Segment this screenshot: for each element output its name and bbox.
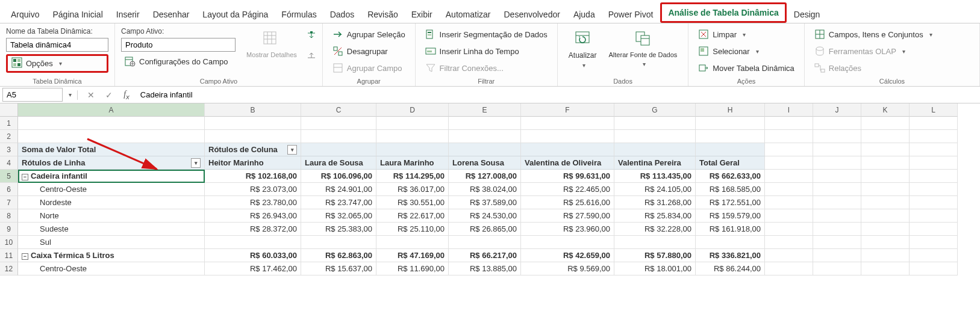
cell[interactable] [813, 236, 861, 249]
pivot-value[interactable]: R$ 62.863,00 [301, 249, 376, 262]
column-header[interactable]: E [449, 103, 521, 117]
cell[interactable] [910, 209, 958, 223]
column-header[interactable]: L [910, 103, 958, 117]
pivot-value[interactable]: R$ 15.637,00 [301, 262, 376, 275]
pivot-value[interactable]: R$ 23.073,00 [205, 183, 301, 196]
column-header[interactable]: F [521, 103, 614, 117]
pivot-value[interactable]: R$ 13.885,00 [449, 262, 521, 275]
pivot-value[interactable] [521, 236, 614, 249]
pivot-value[interactable]: R$ 28.372,00 [205, 223, 301, 236]
tab-desenvolvedor[interactable]: Desenvolvedor [498, 6, 566, 23]
pivot-col-label[interactable]: Laura de Sousa [301, 156, 376, 170]
cell[interactable] [765, 156, 813, 170]
pivot-row-label[interactable]: Sudeste [18, 223, 205, 236]
pivot-value[interactable]: R$ 26.865,00 [449, 223, 521, 236]
cell[interactable] [861, 143, 910, 156]
cell[interactable] [813, 223, 861, 236]
cell[interactable] [301, 143, 376, 156]
pivot-value[interactable]: R$ 42.659,00 [521, 249, 614, 262]
tab-dados[interactable]: Dados [324, 6, 360, 23]
pivot-value[interactable]: R$ 9.569,00 [521, 262, 614, 275]
pivot-value[interactable]: R$ 32.065,00 [301, 209, 376, 223]
pivot-value[interactable]: R$ 60.033,00 [205, 249, 301, 262]
cell[interactable] [910, 156, 958, 170]
pivot-col-label[interactable]: Laura Marinho [376, 156, 449, 170]
pivot-value[interactable]: R$ 32.228,00 [614, 223, 696, 236]
cell[interactable] [861, 223, 910, 236]
spreadsheet-grid[interactable]: ABCDEFGHIJKL123Soma de Valor TotalRótulo… [0, 103, 980, 275]
tab-desenhar[interactable]: Desenhar [147, 6, 196, 23]
alterar-fonte-button[interactable]: Alterar Fonte de Dados ▾ [604, 27, 682, 70]
pivot-value[interactable] [205, 236, 301, 249]
inserir-segmentacao-button[interactable]: Inserir Segmentação de Dados [422, 27, 551, 42]
cell[interactable] [765, 209, 813, 223]
cell[interactable] [813, 117, 861, 130]
pivot-value[interactable]: R$ 25.834,00 [614, 209, 696, 223]
desagrupar-button[interactable]: Desagrupar [329, 44, 409, 58]
atualizar-button[interactable]: Atualizar ▾ [564, 27, 602, 71]
cell[interactable] [813, 249, 861, 262]
cell[interactable] [861, 183, 910, 196]
opcoes-button[interactable]: Opções ▾ [6, 54, 108, 73]
cell[interactable] [521, 117, 614, 130]
column-header[interactable]: K [861, 103, 910, 117]
cell[interactable] [18, 130, 205, 143]
selecionar-button[interactable]: Selecionar▾ [694, 44, 798, 58]
pivot-value[interactable]: R$ 22.465,00 [521, 183, 614, 196]
pivot-value[interactable]: R$ 36.017,00 [376, 183, 449, 196]
pivot-row-label[interactable]: Centro-Oeste [18, 262, 205, 275]
pivot-value[interactable]: R$ 57.880,00 [614, 249, 696, 262]
cell[interactable] [376, 117, 449, 130]
pivot-value[interactable]: R$ 172.551,00 [696, 196, 765, 209]
cell[interactable] [614, 117, 696, 130]
pivot-value[interactable]: R$ 25.616,00 [521, 196, 614, 209]
pivot-row-label[interactable]: Norte [18, 209, 205, 223]
limpar-button[interactable]: Limpar▾ [694, 27, 798, 42]
pivot-value[interactable]: R$ 127.008,00 [449, 170, 521, 183]
cancel-formula-button[interactable]: ✕ [84, 89, 98, 101]
pivot-value[interactable]: R$ 99.631,00 [521, 170, 614, 183]
filter-icon[interactable]: ▾ [191, 158, 201, 168]
pivot-value-header[interactable]: Soma de Valor Total [18, 143, 205, 156]
pivot-name-input[interactable] [6, 38, 108, 52]
relacoes-button[interactable]: Relações [811, 61, 973, 75]
cell[interactable] [765, 223, 813, 236]
pivot-row-label[interactable]: −Cadeira infantil [18, 170, 205, 183]
mostrar-detalhes-button[interactable]: Mostrar Detalhes [242, 27, 302, 61]
cell[interactable] [813, 262, 861, 275]
cell[interactable] [910, 196, 958, 209]
pivot-value[interactable]: R$ 161.918,00 [696, 223, 765, 236]
drill-down-icon[interactable] [307, 31, 316, 42]
formula-input[interactable] [137, 88, 978, 101]
cell[interactable] [765, 183, 813, 196]
mover-tabela-button[interactable]: Mover Tabela Dinâmica [694, 61, 798, 75]
cell[interactable] [813, 196, 861, 209]
agrupar-selecao-button[interactable]: Agrupar Seleção [329, 27, 409, 42]
cell[interactable] [301, 117, 376, 130]
cell[interactable] [696, 143, 765, 156]
cell[interactable] [765, 117, 813, 130]
cell[interactable] [861, 156, 910, 170]
cell[interactable] [910, 249, 958, 262]
cell[interactable] [910, 236, 958, 249]
cell[interactable] [813, 183, 861, 196]
campos-itens-button[interactable]: Campos, Itens e Conjuntos▾ [811, 27, 973, 42]
name-box[interactable] [2, 88, 63, 102]
pivot-value[interactable]: R$ 159.579,00 [696, 209, 765, 223]
row-header[interactable]: 1 [0, 117, 18, 130]
pivot-value[interactable]: R$ 106.096,00 [301, 170, 376, 183]
cell[interactable] [205, 130, 301, 143]
pivot-value[interactable]: R$ 27.590,00 [521, 209, 614, 223]
row-header[interactable]: 3 [0, 143, 18, 156]
cell[interactable] [861, 209, 910, 223]
pivot-value[interactable]: R$ 47.169,00 [376, 249, 449, 262]
column-header[interactable]: A [18, 103, 205, 117]
cell[interactable] [813, 130, 861, 143]
cell[interactable] [861, 130, 910, 143]
pivot-value[interactable]: R$ 168.585,00 [696, 183, 765, 196]
cell[interactable] [813, 156, 861, 170]
pivot-value[interactable]: R$ 662.633,00 [696, 170, 765, 183]
pivot-value[interactable]: R$ 24.530,00 [449, 209, 521, 223]
pivot-value[interactable]: R$ 23.780,00 [205, 196, 301, 209]
pivot-col-label-header[interactable]: Rótulos de Coluna ▾ [205, 143, 301, 156]
